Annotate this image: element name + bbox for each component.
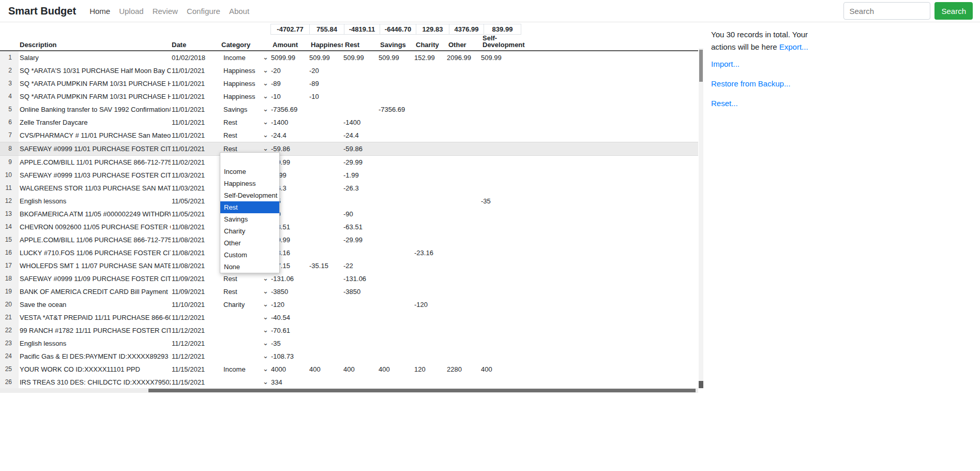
cell-self-development: 400	[480, 363, 527, 376]
cell-charity	[414, 324, 446, 337]
category-select[interactable]: ⌄	[220, 324, 270, 337]
cell-date: 11/02/2021	[171, 156, 220, 169]
cell-rest: -22	[343, 259, 378, 272]
category-value: Income	[223, 365, 246, 373]
nav-item-review[interactable]: Review	[153, 7, 178, 16]
row-number: 23	[0, 337, 19, 350]
cell-other	[446, 195, 480, 208]
cell-self-development	[480, 156, 527, 169]
dropdown-option[interactable]: Other	[220, 237, 279, 249]
category-select[interactable]: Rest⌄	[220, 285, 270, 298]
category-select[interactable]: Rest⌄	[220, 116, 270, 129]
cell-other	[446, 233, 480, 246]
cell-rest: -24.4	[343, 129, 378, 142]
cell-rest	[343, 311, 378, 324]
cell-description: SQ *ARATA PUMPKIN FARM 10/31 PURCHASE Ha…	[19, 77, 171, 90]
nav-item-about[interactable]: About	[229, 7, 249, 16]
cell-description: BKOFAMERICA ATM 11/05 #000002249 WITHDRW…	[19, 208, 171, 220]
dropdown-option[interactable]: Rest	[220, 201, 279, 213]
app-brand[interactable]: Smart Budget	[8, 5, 76, 17]
category-select[interactable]: Savings⌄	[220, 103, 270, 116]
import-link[interactable]: Import...	[711, 58, 980, 70]
cell-amount: -40.54	[270, 311, 309, 324]
cell-description: 99 RANCH #1782 11/11 PURCHASE FOSTER CIT…	[19, 324, 171, 337]
cell-charity	[414, 220, 446, 233]
cell-other	[446, 272, 480, 285]
cell-self-development	[480, 376, 527, 388]
header-savings: Savings	[378, 35, 414, 51]
chevron-down-icon: ⌄	[263, 285, 268, 297]
category-select[interactable]: Rest⌄	[220, 129, 270, 142]
cell-filler	[527, 208, 698, 220]
chevron-down-icon: ⌄	[263, 77, 268, 89]
category-select[interactable]: Income⌄	[220, 51, 270, 64]
reset-link[interactable]: Reset...	[711, 97, 980, 110]
cell-savings: 400	[378, 363, 414, 376]
category-select[interactable]: ⌄	[220, 376, 270, 388]
category-select[interactable]: Income⌄	[220, 363, 270, 376]
cell-filler	[527, 324, 698, 337]
cell-rest: -1.99	[343, 169, 378, 182]
category-select[interactable]: Happiness⌄	[220, 90, 270, 103]
cell-savings	[378, 182, 414, 195]
cell-savings	[378, 169, 414, 182]
table-row: 26 IRS TREAS 310 DES: CHILDCTC ID:XXXXX7…	[0, 376, 698, 388]
search-input[interactable]	[843, 2, 930, 20]
cell-savings	[378, 259, 414, 272]
vertical-scrollbar-thumb[interactable]	[699, 50, 703, 82]
cell-savings	[378, 64, 414, 77]
cell-self-development	[480, 90, 527, 103]
category-select[interactable]: ⌄	[220, 350, 270, 363]
cell-date: 11/10/2021	[171, 298, 220, 311]
dropdown-option[interactable]: Charity	[220, 225, 279, 237]
category-select[interactable]: ⌄	[220, 337, 270, 350]
dropdown-option[interactable]: Custom	[220, 249, 279, 261]
row-number: 12	[0, 195, 19, 208]
cell-rest: -1400	[343, 116, 378, 129]
cell-description: SAFEWAY #0999 11/03 PURCHASE FOSTER CITY…	[19, 169, 171, 182]
cell-other	[446, 90, 480, 103]
dropdown-option[interactable]: Happiness	[220, 178, 279, 189]
cell-happiness: -35.15	[309, 259, 343, 272]
category-select[interactable]: Happiness⌄	[220, 77, 270, 90]
export-link[interactable]: Export...	[779, 42, 808, 51]
row-number: 24	[0, 350, 19, 363]
category-select[interactable]: Happiness⌄	[220, 64, 270, 77]
horizontal-scrollbar-thumb[interactable]	[148, 389, 696, 392]
cell-self-development	[480, 259, 527, 272]
cell-charity	[414, 259, 446, 272]
category-select[interactable]: Rest⌄	[220, 272, 270, 285]
cell-description: BANK OF AMERICA CREDIT CARD Bill Payment	[19, 285, 171, 298]
cell-date: 11/01/2021	[171, 90, 220, 103]
cell-date: 11/15/2021	[171, 363, 220, 376]
cell-charity	[414, 337, 446, 350]
nav-item-upload[interactable]: Upload	[119, 7, 144, 16]
category-select[interactable]: Charity⌄	[220, 298, 270, 311]
table-row: 15 APPLE.COM/BILL 11/06 PURCHASE 866-712…	[0, 233, 698, 246]
dropdown-option[interactable]: Savings	[220, 213, 279, 225]
cell-date: 11/01/2021	[171, 77, 220, 90]
scroll-down-button[interactable]	[699, 381, 703, 388]
dropdown-option[interactable]	[220, 153, 279, 166]
restore-backup-link[interactable]: Restore from Backup...	[711, 78, 980, 90]
cell-description: SAFEWAY #0999 11/01 PURCHASE FOSTER CITY…	[19, 142, 171, 156]
cell-happiness	[309, 324, 343, 337]
cell-date: 11/01/2021	[171, 142, 220, 156]
search-button[interactable]: Search	[934, 2, 973, 20]
cell-rest: 400	[343, 363, 378, 376]
transactions-table-area: -4702.77 755.84 -4819.11 -6446.70 129.83…	[0, 22, 698, 388]
cell-savings	[378, 246, 414, 259]
dropdown-option[interactable]: Income	[220, 166, 279, 178]
chevron-down-icon: ⌄	[263, 298, 268, 310]
dropdown-option[interactable]: Self-Development	[220, 189, 279, 201]
cell-other	[446, 324, 480, 337]
nav-item-configure[interactable]: Configure	[187, 7, 220, 16]
cell-filler	[527, 298, 698, 311]
nav-item-home[interactable]: Home	[89, 7, 110, 16]
main-content: -4702.77 755.84 -4819.11 -6446.70 129.83…	[0, 22, 980, 391]
dropdown-option[interactable]: None	[220, 261, 279, 273]
cell-amount: -10	[270, 90, 309, 103]
cell-happiness	[309, 376, 343, 388]
cell-rest	[343, 246, 378, 259]
category-select[interactable]: ⌄	[220, 311, 270, 324]
